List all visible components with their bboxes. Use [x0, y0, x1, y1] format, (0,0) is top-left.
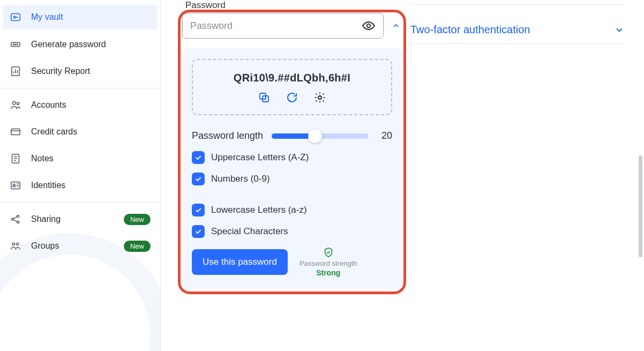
sidebar-item-security-report[interactable]: Security Report	[0, 58, 160, 85]
identity-icon	[10, 180, 21, 191]
card-icon	[10, 126, 21, 138]
right-column: Two-factor authentication	[407, 0, 643, 44]
svg-point-14	[17, 215, 19, 217]
option-label: Numbers (0-9)	[211, 174, 270, 184]
sidebar-item-identities[interactable]: Identities	[0, 172, 160, 199]
svg-rect-9	[11, 129, 20, 135]
vault-icon	[10, 11, 21, 23]
new-badge: New	[124, 241, 151, 252]
password-generator-card: QRi10\9.##dLQbh,6h#I Password length	[182, 48, 402, 289]
scrollbar-thumb[interactable]	[639, 155, 642, 257]
sidebar-item-label: Groups	[31, 241, 59, 251]
sidebar-item-my-vault[interactable]: My vault	[3, 5, 157, 29]
option-uppercase[interactable]: Uppercase Letters (A-Z)	[192, 151, 392, 164]
length-value: 20	[377, 130, 392, 141]
main-column: Password QRi10\9.##dLQbh,6h#I	[161, 0, 407, 351]
svg-point-7	[13, 102, 16, 105]
sidebar-item-label: Accounts	[31, 100, 66, 110]
checkbox-checked-icon	[192, 173, 205, 185]
notes-icon	[10, 153, 21, 165]
option-label: Uppercase Letters (A-Z)	[211, 152, 309, 163]
groups-icon	[10, 240, 21, 252]
sidebar-item-generate-password[interactable]: Generate password	[0, 31, 160, 58]
shield-check-icon	[323, 247, 334, 258]
svg-point-3	[13, 44, 14, 45]
password-input[interactable]	[190, 20, 362, 32]
sidebar-item-credit-cards[interactable]: Credit cards	[0, 118, 160, 145]
svg-point-13	[11, 218, 13, 220]
checkbox-checked-icon	[192, 204, 205, 216]
svg-point-5	[17, 44, 18, 45]
option-numbers[interactable]: Numbers (0-9)	[192, 173, 392, 185]
report-icon	[10, 65, 21, 77]
svg-rect-11	[11, 182, 20, 189]
svg-point-16	[12, 243, 14, 245]
sidebar-item-label: My vault	[31, 12, 63, 22]
sidebar-item-sharing[interactable]: Sharing New	[0, 206, 160, 233]
regenerate-icon[interactable]	[285, 91, 299, 104]
svg-point-18	[367, 24, 371, 28]
checkbox-checked-icon	[192, 151, 205, 164]
password-strength: Password strength Strong	[299, 247, 357, 277]
new-badge: New	[124, 214, 151, 225]
two-factor-label: Two-factor authentication	[410, 24, 530, 36]
sidebar-item-label: Security Report	[31, 66, 90, 76]
generated-password-value: QRi10\9.##dLQbh,6h#I	[200, 72, 384, 84]
chevron-down-icon	[614, 25, 625, 35]
sidebar-item-groups[interactable]: Groups New	[0, 233, 160, 259]
svg-point-15	[17, 221, 19, 223]
svg-point-8	[17, 102, 19, 104]
slider-knob[interactable]	[308, 129, 322, 143]
share-icon	[10, 213, 21, 225]
divider	[410, 4, 625, 5]
strength-label: Password strength	[299, 259, 357, 267]
sidebar-item-label: Notes	[31, 154, 54, 163]
sidebar-item-label: Credit cards	[31, 127, 77, 137]
option-label: Special Characters	[211, 226, 288, 237]
sidebar: My vault Generate password Security Repo…	[0, 0, 161, 351]
eye-icon[interactable]	[362, 19, 376, 33]
svg-point-17	[16, 243, 18, 245]
option-special[interactable]: Special Characters	[192, 225, 392, 238]
password-field-label: Password	[185, 0, 407, 11]
svg-point-1	[13, 16, 16, 18]
two-factor-section-toggle[interactable]: Two-factor authentication	[410, 14, 625, 44]
length-label: Password length	[192, 130, 263, 141]
generated-password-box: QRi10\9.##dLQbh,6h#I	[192, 59, 392, 115]
option-label: Lowercase Letters (a-z)	[211, 205, 307, 215]
password-input-wrap[interactable]	[182, 13, 384, 39]
sidebar-item-label: Generate password	[31, 40, 106, 49]
use-password-button[interactable]: Use this password	[192, 249, 288, 275]
option-lowercase[interactable]: Lowercase Letters (a-z)	[192, 204, 392, 216]
gear-icon[interactable]	[313, 91, 327, 104]
sidebar-item-notes[interactable]: Notes	[0, 145, 160, 172]
copy-icon[interactable]	[257, 91, 271, 104]
checkbox-checked-icon	[192, 225, 205, 238]
sidebar-item-accounts[interactable]: Accounts	[0, 92, 160, 118]
svg-point-21	[318, 96, 321, 99]
accounts-icon	[10, 99, 21, 111]
sidebar-item-label: Identities	[31, 181, 65, 190]
svg-point-4	[15, 44, 16, 45]
dots-icon	[10, 39, 21, 50]
sidebar-item-label: Sharing	[31, 214, 61, 224]
strength-value: Strong	[316, 268, 340, 277]
length-slider[interactable]	[272, 133, 369, 139]
svg-point-12	[13, 184, 15, 186]
collapse-generator-toggle[interactable]	[390, 20, 402, 32]
